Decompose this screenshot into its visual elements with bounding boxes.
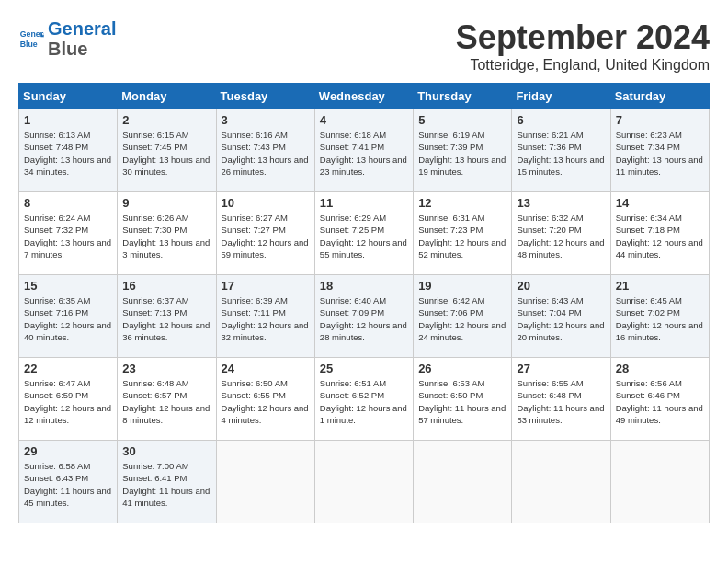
day-number: 11 [320,196,408,210]
day-cell: 26 Sunrise: 6:53 AMSunset: 6:50 PMDaylig… [414,358,512,441]
header-cell-saturday: Saturday [610,84,709,109]
day-info: Sunrise: 6:26 AMSunset: 7:30 PMDaylight:… [122,212,210,260]
day-info: Sunrise: 6:43 AMSunset: 7:04 PMDaylight:… [517,294,605,343]
day-number: 9 [122,196,210,210]
day-info: Sunrise: 6:55 AMSunset: 6:48 PMDaylight:… [517,377,605,426]
day-info: Sunrise: 6:35 AMSunset: 7:16 PMDaylight:… [24,294,112,343]
day-number: 7 [616,113,704,127]
day-info: Sunrise: 6:56 AMSunset: 6:46 PMDaylight:… [616,377,704,426]
day-info: Sunrise: 6:24 AMSunset: 7:32 PMDaylight:… [24,212,112,260]
calendar-body: 1 Sunrise: 6:13 AMSunset: 7:48 PMDayligh… [19,109,710,523]
title-block: September 2024 Totteridge, England, Unit… [456,18,710,74]
day-cell: 6 Sunrise: 6:21 AMSunset: 7:36 PMDayligh… [512,109,610,192]
day-cell [216,441,314,523]
day-info: Sunrise: 6:23 AMSunset: 7:34 PMDaylight:… [616,129,704,178]
calendar-header: SundayMondayTuesdayWednesdayThursdayFrid… [19,84,710,109]
day-number: 13 [517,196,605,210]
day-cell: 10 Sunrise: 6:27 AMSunset: 7:27 PMDaylig… [216,192,314,275]
day-number: 18 [320,279,408,293]
day-cell: 4 Sunrise: 6:18 AMSunset: 7:41 PMDayligh… [314,109,413,192]
week-row-2: 8 Sunrise: 6:24 AMSunset: 7:32 PMDayligh… [19,192,710,275]
day-cell: 24 Sunrise: 6:50 AMSunset: 6:55 PMDaylig… [216,358,314,441]
day-number: 21 [616,279,704,293]
day-cell [610,441,709,523]
day-number: 12 [418,196,506,210]
day-info: Sunrise: 6:51 AMSunset: 6:52 PMDaylight:… [320,377,408,426]
day-info: Sunrise: 6:53 AMSunset: 6:50 PMDaylight:… [418,377,506,426]
day-number: 1 [24,113,112,127]
header-cell-friday: Friday [512,84,610,109]
logo: General Blue General Blue [18,18,116,59]
header-cell-tuesday: Tuesday [216,84,314,109]
day-number: 25 [320,362,408,375]
day-cell: 13 Sunrise: 6:32 AMSunset: 7:20 PMDaylig… [512,192,610,275]
day-cell: 25 Sunrise: 6:51 AMSunset: 6:52 PMDaylig… [314,358,413,441]
svg-text:Blue: Blue [20,40,38,49]
day-info: Sunrise: 6:47 AMSunset: 6:59 PMDaylight:… [24,377,112,426]
day-cell: 17 Sunrise: 6:39 AMSunset: 7:11 PMDaylig… [216,275,314,358]
header-cell-wednesday: Wednesday [314,84,413,109]
day-info: Sunrise: 6:19 AMSunset: 7:39 PMDaylight:… [418,129,506,178]
day-number: 29 [24,444,112,458]
logo-text: General Blue [48,18,116,59]
day-cell: 21 Sunrise: 6:45 AMSunset: 7:02 PMDaylig… [610,275,709,358]
day-cell: 23 Sunrise: 6:48 AMSunset: 6:57 PMDaylig… [118,358,216,441]
day-cell [314,441,413,523]
day-cell: 15 Sunrise: 6:35 AMSunset: 7:16 PMDaylig… [19,275,118,358]
day-cell: 7 Sunrise: 6:23 AMSunset: 7:34 PMDayligh… [610,109,709,192]
day-number: 30 [122,444,210,458]
header-cell-sunday: Sunday [19,84,118,109]
day-cell: 19 Sunrise: 6:42 AMSunset: 7:06 PMDaylig… [414,275,512,358]
day-info: Sunrise: 6:34 AMSunset: 7:18 PMDaylight:… [616,212,704,260]
day-cell: 2 Sunrise: 6:15 AMSunset: 7:45 PMDayligh… [118,109,216,192]
day-number: 16 [122,279,210,293]
day-cell [414,441,512,523]
day-number: 2 [122,113,210,127]
page-header: General Blue General Blue September 2024… [18,18,710,74]
day-number: 3 [222,113,310,127]
week-row-3: 15 Sunrise: 6:35 AMSunset: 7:16 PMDaylig… [19,275,710,358]
day-cell: 22 Sunrise: 6:47 AMSunset: 6:59 PMDaylig… [19,358,118,441]
day-number: 22 [24,362,112,375]
day-cell: 16 Sunrise: 6:37 AMSunset: 7:13 PMDaylig… [118,275,216,358]
day-number: 17 [222,279,310,293]
day-info: Sunrise: 6:45 AMSunset: 7:02 PMDaylight:… [616,294,704,343]
day-info: Sunrise: 7:00 AMSunset: 6:41 PMDaylight:… [122,460,210,509]
day-cell: 9 Sunrise: 6:26 AMSunset: 7:30 PMDayligh… [118,192,216,275]
day-number: 19 [418,279,506,293]
day-number: 27 [517,362,605,375]
day-info: Sunrise: 6:50 AMSunset: 6:55 PMDaylight:… [222,377,310,426]
location: Totteridge, England, United Kingdom [456,57,710,74]
day-cell: 8 Sunrise: 6:24 AMSunset: 7:32 PMDayligh… [19,192,118,275]
day-number: 5 [418,113,506,127]
day-number: 14 [616,196,704,210]
logo-icon: General Blue [18,26,44,52]
day-info: Sunrise: 6:15 AMSunset: 7:45 PMDaylight:… [122,129,210,178]
day-cell: 27 Sunrise: 6:55 AMSunset: 6:48 PMDaylig… [512,358,610,441]
day-info: Sunrise: 6:58 AMSunset: 6:43 PMDaylight:… [24,460,112,509]
day-number: 28 [616,362,704,375]
day-info: Sunrise: 6:42 AMSunset: 7:06 PMDaylight:… [418,294,506,343]
day-cell: 14 Sunrise: 6:34 AMSunset: 7:18 PMDaylig… [610,192,709,275]
day-info: Sunrise: 6:27 AMSunset: 7:27 PMDaylight:… [222,212,310,260]
week-row-5: 29 Sunrise: 6:58 AMSunset: 6:43 PMDaylig… [19,441,710,523]
day-info: Sunrise: 6:13 AMSunset: 7:48 PMDaylight:… [24,129,112,178]
day-info: Sunrise: 6:18 AMSunset: 7:41 PMDaylight:… [320,129,408,178]
header-row: SundayMondayTuesdayWednesdayThursdayFrid… [19,84,710,109]
day-number: 4 [320,113,408,127]
day-info: Sunrise: 6:37 AMSunset: 7:13 PMDaylight:… [122,294,210,343]
day-info: Sunrise: 6:21 AMSunset: 7:36 PMDaylight:… [517,129,605,178]
day-number: 10 [222,196,310,210]
header-cell-monday: Monday [118,84,216,109]
day-cell: 18 Sunrise: 6:40 AMSunset: 7:09 PMDaylig… [314,275,413,358]
month-year: September 2024 [456,18,710,57]
day-number: 15 [24,279,112,293]
day-number: 26 [418,362,506,375]
day-cell: 5 Sunrise: 6:19 AMSunset: 7:39 PMDayligh… [414,109,512,192]
day-cell: 30 Sunrise: 7:00 AMSunset: 6:41 PMDaylig… [118,441,216,523]
day-info: Sunrise: 6:16 AMSunset: 7:43 PMDaylight:… [222,129,310,178]
day-number: 20 [517,279,605,293]
week-row-4: 22 Sunrise: 6:47 AMSunset: 6:59 PMDaylig… [19,358,710,441]
day-info: Sunrise: 6:32 AMSunset: 7:20 PMDaylight:… [517,212,605,260]
day-cell: 1 Sunrise: 6:13 AMSunset: 7:48 PMDayligh… [19,109,118,192]
